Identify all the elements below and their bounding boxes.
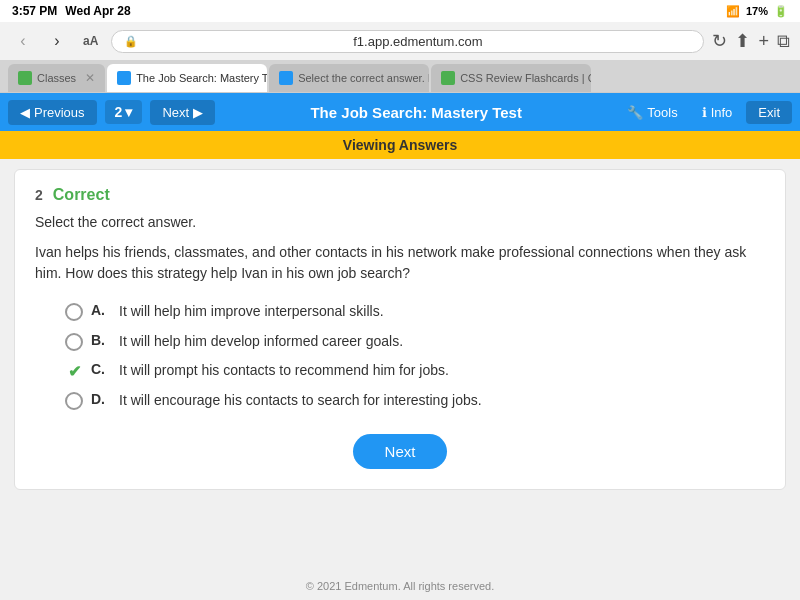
question-number-label: 2 <box>35 187 43 203</box>
viewing-answers-bar: Viewing Answers <box>0 131 800 159</box>
choice-d-letter: D. <box>91 391 111 407</box>
next-arrow-icon: ▶ <box>193 105 203 120</box>
exit-button[interactable]: Exit <box>746 101 792 124</box>
info-button[interactable]: ℹ Info <box>692 101 743 124</box>
wifi-icon: 📶 <box>726 5 740 18</box>
choice-a-indicator <box>65 303 83 321</box>
choice-c-text: It will prompt his contacts to recommend… <box>119 361 449 381</box>
choice-a-text: It will help him improve interpersonal s… <box>119 302 384 322</box>
choice-d-indicator <box>65 392 83 410</box>
refresh-button[interactable]: ↻ <box>712 30 727 52</box>
choice-a-letter: A. <box>91 302 111 318</box>
next-main-button[interactable]: Next <box>353 434 448 469</box>
footer-text: © 2021 Edmentum. All rights reserved. <box>306 580 494 592</box>
choice-c-letter: C. <box>91 361 111 377</box>
tools-button[interactable]: 🔧 Tools <box>617 101 687 124</box>
browser-back-button[interactable]: ‹ <box>10 28 36 54</box>
toolbar-right: ↻ ⬆ + ⧉ <box>712 30 790 52</box>
browser-toolbar: ‹ › aA 🔒 f1.app.edmentum.com ↻ ⬆ + ⧉ <box>0 22 800 60</box>
answer-choices: A. It will help him improve interpersona… <box>65 302 765 410</box>
question-instruction: Select the correct answer. <box>35 214 765 230</box>
time: 3:57 PM <box>12 4 57 18</box>
new-tab-button[interactable]: + <box>758 31 769 52</box>
wrench-icon: 🔧 <box>627 105 643 120</box>
nav-title: The Job Search: Mastery Test <box>215 104 617 121</box>
share-button[interactable]: ⬆ <box>735 30 750 52</box>
tab-label-quizlet: CSS Review Flashcards | Quizlet <box>460 72 591 84</box>
choice-c-indicator: ✔ <box>65 362 83 380</box>
previous-button[interactable]: ◀ Previous <box>8 100 97 125</box>
question-content: 2 Correct Select the correct answer. Iva… <box>14 169 786 490</box>
prev-arrow-icon: ◀ <box>20 105 30 120</box>
next-button-nav[interactable]: Next ▶ <box>150 100 215 125</box>
tab-favicon-classes <box>18 71 32 85</box>
prev-next-controls: ◀ Previous 2 ▾ Next ▶ <box>8 100 215 125</box>
info-icon: ℹ <box>702 105 707 120</box>
tab-favicon-select <box>279 71 293 85</box>
tab-quizlet[interactable]: CSS Review Flashcards | Quizlet <box>431 64 591 92</box>
choice-b-indicator <box>65 333 83 351</box>
choice-a-row[interactable]: A. It will help him improve interpersona… <box>65 302 765 322</box>
choice-b-row[interactable]: B. It will help him develop informed car… <box>65 332 765 352</box>
browser-tabs: Classes ✕ The Job Search: Mastery Test ✕… <box>0 60 800 92</box>
choice-c-row[interactable]: ✔ C. It will prompt his contacts to reco… <box>65 361 765 381</box>
date: Wed Apr 28 <box>65 4 130 18</box>
tab-mastery[interactable]: The Job Search: Mastery Test ✕ <box>107 64 267 92</box>
choice-b-letter: B. <box>91 332 111 348</box>
status-bar: 3:57 PM Wed Apr 28 📶 17% 🔋 <box>0 0 800 22</box>
info-label: Info <box>711 105 733 120</box>
lock-icon: 🔒 <box>124 35 138 48</box>
tools-label: Tools <box>647 105 677 120</box>
battery-level: 17% <box>746 5 768 17</box>
prev-label: Previous <box>34 105 85 120</box>
app-nav-bar: ◀ Previous 2 ▾ Next ▶ The Job Search: Ma… <box>0 93 800 131</box>
tab-classes[interactable]: Classes ✕ <box>8 64 105 92</box>
battery-icon: 🔋 <box>774 5 788 18</box>
exit-label: Exit <box>758 105 780 120</box>
browser-forward-button[interactable]: › <box>44 28 70 54</box>
tab-label-classes: Classes <box>37 72 76 84</box>
viewing-answers-label: Viewing Answers <box>343 137 457 153</box>
tab-label-select: Select the correct answer. Ivan h... <box>298 72 429 84</box>
question-number-selector[interactable]: 2 ▾ <box>105 100 143 124</box>
correct-status-label: Correct <box>53 186 110 204</box>
tab-label-mastery: The Job Search: Mastery Test <box>136 72 267 84</box>
address-bar[interactable]: 🔒 f1.app.edmentum.com <box>111 30 704 53</box>
tabs-button[interactable]: ⧉ <box>777 31 790 52</box>
next-label-nav: Next <box>162 105 189 120</box>
browser-chrome: ‹ › aA 🔒 f1.app.edmentum.com ↻ ⬆ + ⧉ Cla… <box>0 22 800 93</box>
tab-close-classes[interactable]: ✕ <box>85 71 95 85</box>
choice-d-text: It will encourage his contacts to search… <box>119 391 482 411</box>
question-num-value: 2 <box>115 104 123 120</box>
next-section: Next <box>35 434 765 469</box>
url-text: f1.app.edmentum.com <box>144 34 691 49</box>
dropdown-icon: ▾ <box>125 104 132 120</box>
tab-favicon-mastery <box>117 71 131 85</box>
tab-favicon-quizlet <box>441 71 455 85</box>
question-text: Ivan helps his friends, classmates, and … <box>35 242 765 284</box>
reader-mode-button[interactable]: aA <box>78 32 103 50</box>
choice-d-row[interactable]: D. It will encourage his contacts to sea… <box>65 391 765 411</box>
choice-b-text: It will help him develop informed career… <box>119 332 403 352</box>
question-header: 2 Correct <box>35 186 765 204</box>
tab-select[interactable]: Select the correct answer. Ivan h... <box>269 64 429 92</box>
nav-tools: 🔧 Tools ℹ Info Exit <box>617 101 792 124</box>
footer: © 2021 Edmentum. All rights reserved. <box>0 580 800 592</box>
